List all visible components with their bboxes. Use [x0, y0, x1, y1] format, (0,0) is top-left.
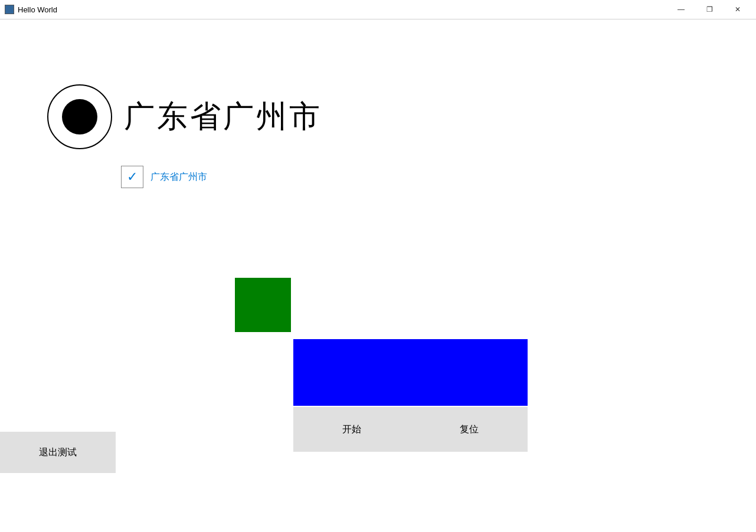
blue-rectangle — [293, 339, 528, 406]
start-button[interactable]: 开始 — [325, 419, 379, 441]
radio-circle — [47, 84, 112, 149]
close-button[interactable]: ✕ — [724, 0, 751, 19]
button-panel: 开始 复位 — [293, 407, 528, 452]
location-label-small: 广东省广州市 — [150, 171, 207, 183]
checkbox-section: ✓ 广东省广州市 — [121, 166, 207, 188]
app-icon — [5, 5, 14, 14]
window-title: Hello World — [18, 5, 57, 14]
green-rectangle — [235, 278, 291, 332]
exit-button[interactable]: 退出测试 — [0, 432, 116, 473]
minimize-button[interactable]: — — [667, 0, 695, 19]
indicator-section: 广东省广州市 — [47, 84, 322, 149]
checkbox[interactable]: ✓ — [121, 166, 143, 188]
title-bar-controls: — ❐ ✕ — [667, 0, 751, 19]
title-bar: Hello World — ❐ ✕ — [0, 0, 756, 19]
main-content: 广东省广州市 ✓ 广东省广州市 开始 复位 退出测试 — [0, 19, 756, 532]
maximize-button[interactable]: ❐ — [696, 0, 723, 19]
title-bar-left: Hello World — [5, 5, 57, 14]
reset-button[interactable]: 复位 — [442, 419, 496, 441]
location-label-large: 广东省广州市 — [124, 96, 322, 137]
radio-inner-dot — [62, 99, 97, 134]
